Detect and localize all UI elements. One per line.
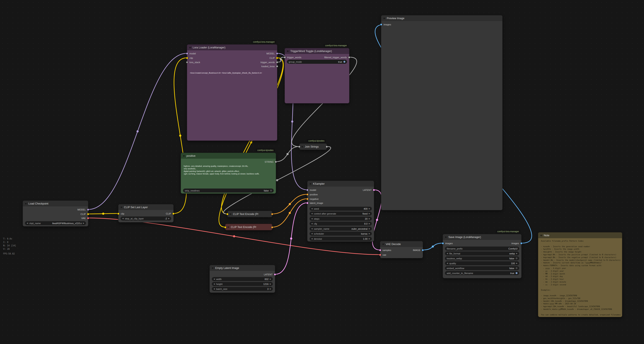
collapse-dot-icon[interactable] bbox=[229, 213, 232, 215]
output-port-LATENT-dot[interactable] bbox=[274, 274, 276, 276]
combo-left-arrow-icon[interactable]: ◀ bbox=[311, 222, 312, 226]
combo-left-arrow-icon[interactable]: ◀ bbox=[27, 221, 28, 225]
node-title-bar[interactable]: Load Checkpoint bbox=[23, 201, 88, 206]
node-graph-canvas[interactable]: Load Checkpoint MODELCLIPVAE◀ckpt_nameil… bbox=[0, 0, 644, 344]
output-port-join_strings-dot[interactable] bbox=[326, 146, 328, 148]
node-lora-loader[interactable]: comfyui-lora-manager Lora Loader (LoraMa… bbox=[187, 44, 277, 141]
widget-embed_workflow[interactable]: embed_workflowfalse bbox=[445, 266, 519, 270]
output-port-VAE-dot[interactable] bbox=[87, 217, 89, 219]
combo-right-arrow-icon[interactable]: ▶ bbox=[369, 217, 370, 221]
combo-left-arrow-icon[interactable]: ◀ bbox=[311, 227, 312, 231]
collapse-dot-icon[interactable] bbox=[183, 155, 185, 157]
combo-right-arrow-icon[interactable]: ▶ bbox=[83, 221, 84, 225]
collapse-dot-icon[interactable] bbox=[445, 236, 447, 238]
node-triggerword-toggle[interactable]: comfyui-lora-manager TriggerWord Toggle … bbox=[284, 48, 350, 104]
node-title-bar[interactable]: Empty Latent Image bbox=[210, 265, 275, 271]
input-port-negative-dot[interactable] bbox=[306, 198, 308, 200]
collapse-dot-icon[interactable] bbox=[212, 267, 214, 269]
output-port-clip_text_encode_negative-dot[interactable] bbox=[271, 226, 273, 228]
combo-left-arrow-icon[interactable]: ◀ bbox=[311, 212, 312, 216]
combo-left-arrow-icon[interactable]: ◀ bbox=[214, 277, 215, 281]
node-preview-image[interactable]: Preview Image images bbox=[381, 15, 502, 210]
collapse-dot-icon[interactable] bbox=[120, 206, 122, 208]
node-title-bar[interactable]: VAE Decode bbox=[380, 241, 423, 247]
node-title-bar[interactable]: positive bbox=[181, 153, 276, 159]
widget-filename_prefix[interactable]: filename_prefixComfyUI bbox=[445, 246, 519, 250]
combo-right-arrow-icon[interactable]: ▶ bbox=[516, 252, 518, 256]
widget-lossless_webp[interactable]: lossless_webpfalse bbox=[445, 256, 519, 260]
output-port-MODEL-dot[interactable] bbox=[87, 208, 89, 211]
collapse-dot-icon[interactable] bbox=[383, 17, 385, 20]
input-port-clip-dot[interactable] bbox=[186, 57, 188, 59]
collapse-dot-icon[interactable] bbox=[540, 234, 542, 236]
output-port-LATENT-dot[interactable] bbox=[373, 189, 375, 191]
combo-right-arrow-icon[interactable]: ▶ bbox=[369, 222, 370, 226]
widget-strip_newlines[interactable]: strip_newlinesfalse bbox=[183, 188, 274, 192]
widget-scheduler[interactable]: ◀schedulerkarras▶ bbox=[310, 232, 372, 236]
combo-right-arrow-icon[interactable]: ▶ bbox=[369, 232, 370, 236]
widget-group_mode[interactable]: group_modetrue bbox=[287, 60, 347, 64]
output-port-trigger_words-dot[interactable] bbox=[276, 61, 278, 63]
combo-right-arrow-icon[interactable]: ▶ bbox=[516, 261, 518, 265]
node-ksampler[interactable]: KSampler modelpositivenegativelatent_ima… bbox=[307, 181, 374, 242]
note-text[interactable]: Available filename_prefix Pattern Codes … bbox=[541, 240, 621, 316]
widget-sampler_name[interactable]: ◀sampler_nameeuler_ancestral▶ bbox=[310, 227, 372, 231]
node-empty-latent-image[interactable]: Empty Latent Image LATENT◀width832▶◀heig… bbox=[210, 265, 275, 293]
output-port-images-dot[interactable] bbox=[520, 242, 522, 244]
combo-left-arrow-icon[interactable]: ◀ bbox=[122, 216, 124, 220]
combo-right-arrow-icon[interactable]: ▶ bbox=[270, 277, 271, 281]
collapse-dot-icon[interactable] bbox=[287, 50, 289, 52]
widget-seed[interactable]: ◀seed409▶ bbox=[310, 207, 372, 211]
collapse-dot-icon[interactable] bbox=[189, 46, 191, 48]
output-port-MODEL-dot[interactable] bbox=[276, 52, 278, 54]
collapse-dot-icon[interactable] bbox=[227, 226, 229, 228]
widget-height[interactable]: ◀height1216▶ bbox=[212, 282, 273, 286]
toggle-knob-icon[interactable] bbox=[516, 272, 518, 274]
input-port-clip_text_encode_negative-dot[interactable] bbox=[224, 226, 226, 228]
input-port-join_strings-dot[interactable] bbox=[298, 146, 300, 148]
node-title-bar[interactable]: CLIP Set Last Layer bbox=[118, 204, 174, 210]
input-port-samples-dot[interactable] bbox=[379, 249, 381, 251]
combo-right-arrow-icon[interactable]: ▶ bbox=[270, 287, 271, 291]
combo-left-arrow-icon[interactable]: ◀ bbox=[447, 261, 448, 265]
input-port-latent_image-dot[interactable] bbox=[306, 202, 308, 204]
widget-cfg[interactable]: ◀cfg8.0▶ bbox=[310, 222, 372, 226]
node-note[interactable]: Note Available filename_prefix Pattern C… bbox=[538, 232, 622, 317]
widget-width[interactable]: ◀width832▶ bbox=[212, 277, 273, 281]
widget-quality[interactable]: ◀quality100▶ bbox=[445, 261, 519, 265]
combo-right-arrow-icon[interactable]: ▶ bbox=[369, 237, 370, 241]
node-title-bar[interactable]: CLIP Text Encode (Pr bbox=[228, 211, 272, 217]
output-port-STRING-dot[interactable] bbox=[275, 161, 277, 163]
node-load-checkpoint[interactable]: Load Checkpoint MODELCLIPVAE◀ckpt_nameil… bbox=[22, 200, 88, 226]
output-port-clip_text_encode_positive-dot[interactable] bbox=[271, 213, 273, 215]
output-port-IMAGE-dot[interactable] bbox=[422, 249, 424, 251]
node-clip-text-encode-positive[interactable]: CLIP Text Encode (Pr bbox=[227, 211, 272, 217]
node-title-bar[interactable]: Preview Image bbox=[381, 15, 502, 21]
widget-steps[interactable]: ◀steps20▶ bbox=[310, 217, 372, 221]
input-port-clip_text_encode_positive-dot[interactable] bbox=[226, 213, 228, 215]
input-port-positive-dot[interactable] bbox=[306, 194, 308, 196]
node-clip-text-encode-negative[interactable]: CLIP Text Encode (Pr bbox=[225, 224, 272, 230]
combo-left-arrow-icon[interactable]: ◀ bbox=[311, 232, 312, 236]
toggle-knob-icon[interactable] bbox=[516, 267, 518, 269]
widget-file_format[interactable]: ◀file_formatwebp▶ bbox=[445, 252, 519, 256]
widget-stop_at_clip_layer[interactable]: ◀stop_at_clip_layer-2▶ bbox=[120, 216, 171, 220]
collapse-dot-icon[interactable] bbox=[25, 202, 27, 205]
input-port-images-dot[interactable] bbox=[380, 24, 382, 26]
node-title-bar[interactable]: Note bbox=[538, 232, 622, 238]
node-title-bar[interactable]: TriggerWord Toggle (LoraManager) bbox=[285, 48, 349, 54]
widget-denoise[interactable]: ◀denoise1.00▶ bbox=[310, 237, 372, 241]
collapse-dot-icon[interactable] bbox=[309, 183, 312, 185]
output-port-CLIP-dot[interactable] bbox=[172, 213, 174, 215]
node-title-bar[interactable]: Save Image (LoraManager) bbox=[443, 234, 521, 240]
collapse-dot-icon[interactable] bbox=[301, 146, 303, 148]
combo-right-arrow-icon[interactable]: ▶ bbox=[270, 282, 271, 286]
combo-left-arrow-icon[interactable]: ◀ bbox=[214, 287, 215, 291]
prompt-text[interactable]: highres, very detailed, amazing quality,… bbox=[184, 165, 274, 187]
input-port-vae-dot[interactable] bbox=[379, 254, 381, 256]
input-port-lora_stack-dot[interactable] bbox=[186, 61, 188, 63]
collapse-dot-icon[interactable] bbox=[382, 243, 384, 245]
input-port-trigger_words-dot[interactable] bbox=[284, 56, 286, 58]
lora-syntax-text[interactable]: <lora:CreateConcept_Illustrious:0.8> <lo… bbox=[190, 72, 276, 74]
toggle-knob-icon[interactable] bbox=[516, 258, 518, 259]
